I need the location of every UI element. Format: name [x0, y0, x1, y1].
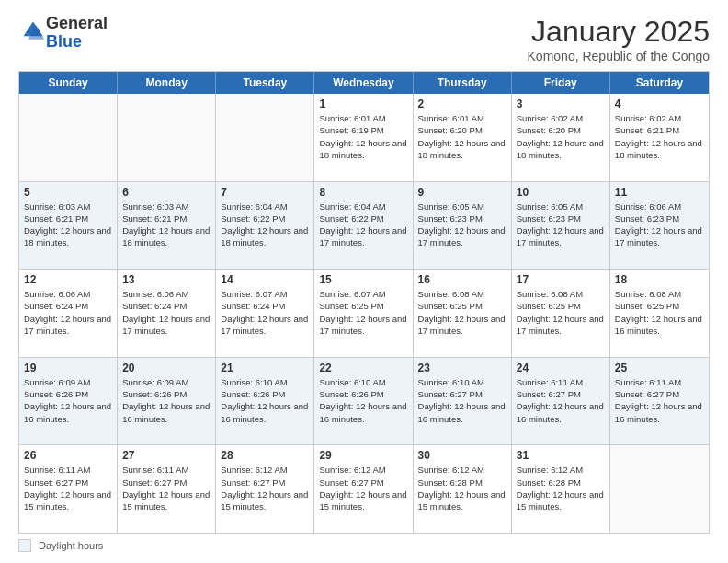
calendar-cell-25: 25Sunrise: 6:11 AM Sunset: 6:27 PM Dayli… [610, 358, 709, 445]
day-number-28: 28 [221, 449, 309, 462]
calendar-cell-3: 3Sunrise: 6:02 AM Sunset: 6:20 PM Daylig… [512, 94, 610, 181]
title-block: January 2025 Komono, Republic of the Con… [528, 15, 710, 63]
day-text-6: Sunrise: 6:03 AM Sunset: 6:21 PM Dayligh… [122, 201, 210, 249]
day-text-8: Sunrise: 6:04 AM Sunset: 6:22 PM Dayligh… [319, 201, 407, 249]
logo-icon [20, 18, 46, 44]
calendar-body: 1Sunrise: 6:01 AM Sunset: 6:19 PM Daylig… [19, 94, 709, 533]
daylight-legend-box [18, 539, 31, 552]
daylight-legend-label: Daylight hours [39, 540, 103, 551]
day-number-23: 23 [418, 362, 506, 374]
day-number-4: 4 [615, 98, 704, 110]
day-text-12: Sunrise: 6:06 AM Sunset: 6:24 PM Dayligh… [24, 288, 112, 337]
day-text-2: Sunrise: 6:01 AM Sunset: 6:20 PM Dayligh… [418, 112, 506, 161]
day-text-28: Sunrise: 6:12 AM Sunset: 6:27 PM Dayligh… [221, 464, 309, 512]
day-text-4: Sunrise: 6:02 AM Sunset: 6:21 PM Dayligh… [615, 112, 704, 161]
day-text-26: Sunrise: 6:11 AM Sunset: 6:27 PM Dayligh… [24, 464, 112, 512]
day-number-16: 16 [418, 273, 506, 286]
month-title: January 2025 [528, 15, 710, 49]
calendar-header-thursday: Thursday [414, 72, 512, 94]
day-text-9: Sunrise: 6:05 AM Sunset: 6:23 PM Dayligh… [418, 201, 506, 249]
calendar: SundayMondayTuesdayWednesdayThursdayFrid… [18, 71, 710, 534]
day-text-17: Sunrise: 6:08 AM Sunset: 6:25 PM Dayligh… [517, 288, 605, 337]
calendar-cell-15: 15Sunrise: 6:07 AM Sunset: 6:25 PM Dayli… [314, 270, 413, 357]
calendar-cell-11: 11Sunrise: 6:06 AM Sunset: 6:23 PM Dayli… [610, 182, 709, 270]
day-number-6: 6 [122, 186, 210, 199]
day-text-15: Sunrise: 6:07 AM Sunset: 6:25 PM Dayligh… [319, 288, 407, 337]
calendar-cell-29: 29Sunrise: 6:12 AM Sunset: 6:27 PM Dayli… [314, 445, 413, 533]
day-number-12: 12 [24, 273, 112, 286]
calendar-row-2: 5Sunrise: 6:03 AM Sunset: 6:21 PM Daylig… [19, 182, 709, 270]
day-text-14: Sunrise: 6:07 AM Sunset: 6:24 PM Dayligh… [221, 288, 309, 337]
day-number-3: 3 [517, 98, 605, 110]
day-number-27: 27 [122, 449, 210, 462]
day-number-15: 15 [319, 273, 407, 286]
calendar-cell-28: 28Sunrise: 6:12 AM Sunset: 6:27 PM Dayli… [216, 445, 314, 533]
day-number-13: 13 [122, 273, 210, 286]
day-number-10: 10 [517, 186, 605, 199]
day-text-22: Sunrise: 6:10 AM Sunset: 6:26 PM Dayligh… [319, 376, 407, 425]
day-text-25: Sunrise: 6:11 AM Sunset: 6:27 PM Dayligh… [615, 376, 704, 425]
day-number-5: 5 [24, 186, 112, 199]
day-number-14: 14 [221, 273, 309, 286]
day-text-18: Sunrise: 6:08 AM Sunset: 6:25 PM Dayligh… [615, 288, 704, 337]
calendar-cell-14: 14Sunrise: 6:07 AM Sunset: 6:24 PM Dayli… [216, 270, 314, 357]
day-number-22: 22 [319, 362, 407, 374]
day-text-16: Sunrise: 6:08 AM Sunset: 6:25 PM Dayligh… [418, 288, 506, 337]
day-number-29: 29 [319, 449, 407, 462]
calendar-cell-empty [19, 94, 118, 181]
day-text-30: Sunrise: 6:12 AM Sunset: 6:28 PM Dayligh… [418, 464, 506, 512]
calendar-header-sunday: Sunday [19, 72, 118, 94]
day-number-26: 26 [24, 449, 112, 462]
day-number-19: 19 [24, 362, 112, 374]
calendar-cell-30: 30Sunrise: 6:12 AM Sunset: 6:28 PM Dayli… [414, 445, 512, 533]
day-number-8: 8 [319, 186, 407, 199]
day-number-31: 31 [517, 449, 605, 462]
calendar-cell-4: 4Sunrise: 6:02 AM Sunset: 6:21 PM Daylig… [610, 94, 709, 181]
day-number-25: 25 [615, 362, 704, 374]
calendar-cell-5: 5Sunrise: 6:03 AM Sunset: 6:21 PM Daylig… [19, 182, 118, 270]
day-text-24: Sunrise: 6:11 AM Sunset: 6:27 PM Dayligh… [517, 376, 605, 425]
day-text-1: Sunrise: 6:01 AM Sunset: 6:19 PM Dayligh… [319, 112, 407, 161]
day-number-30: 30 [418, 449, 506, 462]
day-number-11: 11 [615, 186, 704, 199]
calendar-row-1: 1Sunrise: 6:01 AM Sunset: 6:19 PM Daylig… [19, 94, 709, 182]
day-text-29: Sunrise: 6:12 AM Sunset: 6:27 PM Dayligh… [319, 464, 407, 512]
day-number-17: 17 [517, 273, 605, 286]
calendar-header-monday: Monday [118, 72, 216, 94]
logo-general-text: General [46, 14, 108, 32]
day-text-7: Sunrise: 6:04 AM Sunset: 6:22 PM Dayligh… [221, 201, 309, 249]
calendar-cell-22: 22Sunrise: 6:10 AM Sunset: 6:26 PM Dayli… [314, 358, 413, 445]
page: General Blue January 2025 Komono, Republ… [0, 0, 728, 563]
calendar-cell-27: 27Sunrise: 6:11 AM Sunset: 6:27 PM Dayli… [118, 445, 216, 533]
day-number-9: 9 [418, 186, 506, 199]
day-text-19: Sunrise: 6:09 AM Sunset: 6:26 PM Dayligh… [24, 376, 112, 425]
day-number-1: 1 [319, 98, 407, 110]
day-number-7: 7 [221, 186, 309, 199]
day-number-20: 20 [122, 362, 210, 374]
calendar-row-5: 26Sunrise: 6:11 AM Sunset: 6:27 PM Dayli… [19, 445, 709, 533]
calendar-cell-8: 8Sunrise: 6:04 AM Sunset: 6:22 PM Daylig… [314, 182, 413, 270]
day-text-13: Sunrise: 6:06 AM Sunset: 6:24 PM Dayligh… [122, 288, 210, 337]
calendar-cell-31: 31Sunrise: 6:12 AM Sunset: 6:28 PM Dayli… [512, 445, 610, 533]
calendar-cell-6: 6Sunrise: 6:03 AM Sunset: 6:21 PM Daylig… [118, 182, 216, 270]
calendar-cell-19: 19Sunrise: 6:09 AM Sunset: 6:26 PM Dayli… [19, 358, 118, 445]
day-text-21: Sunrise: 6:10 AM Sunset: 6:26 PM Dayligh… [221, 376, 309, 425]
calendar-cell-12: 12Sunrise: 6:06 AM Sunset: 6:24 PM Dayli… [19, 270, 118, 357]
calendar-cell-10: 10Sunrise: 6:05 AM Sunset: 6:23 PM Dayli… [512, 182, 610, 270]
calendar-cell-20: 20Sunrise: 6:09 AM Sunset: 6:26 PM Dayli… [118, 358, 216, 445]
day-text-27: Sunrise: 6:11 AM Sunset: 6:27 PM Dayligh… [122, 464, 210, 512]
day-text-5: Sunrise: 6:03 AM Sunset: 6:21 PM Dayligh… [24, 201, 112, 249]
logo: General Blue [18, 15, 108, 52]
calendar-cell-2: 2Sunrise: 6:01 AM Sunset: 6:20 PM Daylig… [414, 94, 512, 181]
calendar-cell-24: 24Sunrise: 6:11 AM Sunset: 6:27 PM Dayli… [512, 358, 610, 445]
calendar-cell-18: 18Sunrise: 6:08 AM Sunset: 6:25 PM Dayli… [610, 270, 709, 357]
calendar-header-wednesday: Wednesday [314, 72, 413, 94]
calendar-cell-9: 9Sunrise: 6:05 AM Sunset: 6:23 PM Daylig… [414, 182, 512, 270]
footer: Daylight hours [18, 539, 710, 552]
calendar-cell-21: 21Sunrise: 6:10 AM Sunset: 6:26 PM Dayli… [216, 358, 314, 445]
calendar-cell-17: 17Sunrise: 6:08 AM Sunset: 6:25 PM Dayli… [512, 270, 610, 357]
calendar-header: SundayMondayTuesdayWednesdayThursdayFrid… [19, 72, 709, 94]
day-number-21: 21 [221, 362, 309, 374]
calendar-cell-13: 13Sunrise: 6:06 AM Sunset: 6:24 PM Dayli… [118, 270, 216, 357]
day-text-3: Sunrise: 6:02 AM Sunset: 6:20 PM Dayligh… [517, 112, 605, 161]
